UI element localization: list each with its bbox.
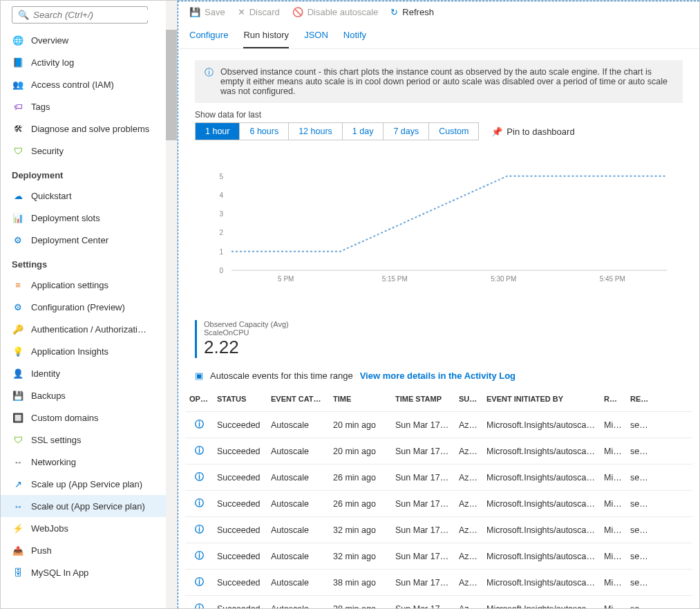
events-header: ▣ Autoscale events for this time range V… [195,371,683,381]
cell-timestamp: Sun Mar 17 2… [391,552,455,561]
sidebar-item-webjobs[interactable]: ⚡WebJobs [1,517,177,539]
cell-res1: Mic… [600,578,626,588]
search-box[interactable]: 🔍 [12,6,148,24]
tab-notify[interactable]: Notify [343,27,366,48]
collapse-icon[interactable]: ▣ [195,371,203,381]
sidebar-item-label: Scale out (App Service plan) [31,501,145,512]
sidebar-item-mysql-in-app[interactable]: 🗄MySQL In App [1,561,177,583]
sidebar-item-deployment-slots[interactable]: 📊Deployment slots [1,207,177,229]
info-icon: ⓘ [205,67,214,96]
sidebar-item-deployment-center[interactable]: ⚙Deployment Center [1,229,177,251]
cell-time: 38 min ago [329,604,391,609]
tab-json[interactable]: JSON [304,27,328,48]
time-option-12-hours[interactable]: 12 hours [289,123,343,140]
tab-configure[interactable]: Configure [189,27,228,48]
col-header[interactable]: EVENT INITIATED BY [482,395,600,403]
sidebar-item-tags[interactable]: 🏷Tags [1,95,177,118]
save-button[interactable]: 💾Save [189,7,225,17]
col-header[interactable]: STATUS [213,395,267,403]
cell-initiated-by: Microsoft.Insights/autoscale… [482,447,600,456]
time-option-6-hours[interactable]: 6 hours [240,123,289,140]
col-header[interactable]: TIME [329,395,391,403]
sidebar-item-networking[interactable]: ↔Networking [1,451,177,473]
list-icon: ≡ [12,279,24,291]
table-row[interactable]: ⓘSucceededAutoscale32 min agoSun Mar 17 … [185,517,692,543]
discard-button[interactable]: ✕Discard [238,7,280,17]
table-row[interactable]: ⓘSucceededAutoscale38 min agoSun Mar 17 … [185,596,692,608]
sidebar-item-scale-out-app-service-plan-[interactable]: ↔Scale out (App Service plan) [1,495,177,517]
sidebar-item-scale-up-app-service-plan-[interactable]: ↗Scale up (App Service plan) [1,473,177,495]
time-option-1-hour[interactable]: 1 hour [196,123,240,140]
sidebar-item-identity[interactable]: 👤Identity [1,362,177,384]
sidebar-item-push[interactable]: 📤Push [1,539,177,561]
cell-sub: Azu… [455,420,482,430]
sidebar-item-backups[interactable]: 💾Backups [1,384,177,406]
cell-timestamp: Sun Mar 17 2… [391,499,455,509]
refresh-button[interactable]: ↻Refresh [390,7,434,17]
table-row[interactable]: ⓘSucceededAutoscale20 min agoSun Mar 17 … [185,412,692,438]
disable-autoscale-button[interactable]: 🚫Disable autoscale [292,7,379,17]
time-option-7-days[interactable]: 7 days [384,123,429,140]
sidebar-item-activity-log[interactable]: 📘Activity log [1,51,177,73]
time-option-1-day[interactable]: 1 day [343,123,384,140]
search-input[interactable] [33,10,151,20]
info-text: Observed instance count - this chart plo… [220,67,673,96]
net-icon: ↔ [12,456,24,468]
table-row[interactable]: ⓘSucceededAutoscale32 min agoSun Mar 17 … [185,543,692,570]
sidebar-item-label: Backups [31,391,66,401]
col-header[interactable]: EVENT CATEG… [267,395,329,403]
col-header[interactable]: OPE… [185,395,213,403]
table-row[interactable]: ⓘSucceededAutoscale20 min agoSun Mar 17 … [185,438,692,465]
table-row[interactable]: ⓘSucceededAutoscale38 min agoSun Mar 17 … [185,570,692,596]
sidebar-item-diagnose-and-solve-problems[interactable]: 🛠Diagnose and solve problems [1,118,177,140]
svg-text:0: 0 [219,267,223,274]
sidebar-scrollbar[interactable] [166,1,177,608]
col-header[interactable]: RES… [626,395,654,403]
table-row[interactable]: ⓘSucceededAutoscale26 min agoSun Mar 17 … [185,465,692,491]
legend-subtitle: ScaleOnCPU [204,328,683,337]
cell-category: Autoscale [267,473,329,482]
sidebar-item-label: Deployment slots [31,213,100,223]
col-header[interactable]: RES… [600,395,626,403]
info-icon: ⓘ [195,577,204,587]
sidebar-item-quickstart[interactable]: ☁Quickstart [1,185,177,207]
sidebar-item-label: Push [31,545,52,556]
pin-to-dashboard-button[interactable]: 📌 Pin to dashboard [491,127,574,137]
cell-res2: serv… [626,447,654,456]
sidebar-item-authentication-authorizati-[interactable]: 🔑Authentication / Authorizati… [1,318,177,340]
svg-text:5: 5 [219,173,223,180]
cell-res1: Mic… [600,420,626,430]
sidebar-item-access-control-iam-[interactable]: 👥Access control (IAM) [1,73,177,95]
sidebar-item-label: Configuration (Preview) [31,302,125,312]
scrollbar-thumb[interactable] [166,30,177,140]
sidebar-item-label: WebJobs [31,523,68,534]
cell-sub: Azu… [455,473,482,482]
nav-section-settings: Settings [1,251,177,274]
cell-status: Succeeded [213,578,267,588]
cell-res1: Mic… [600,604,626,609]
table-row[interactable]: ⓘSucceededAutoscale26 min agoSun Mar 17 … [185,491,692,517]
col-header[interactable]: TIME STAMP [391,395,455,403]
sidebar-item-label: MySQL In App [31,568,88,578]
cell-initiated-by: Microsoft.Insights/autoscale… [482,604,600,609]
sidebar-item-configuration-preview-[interactable]: ⚙Configuration (Preview) [1,296,177,318]
col-header[interactable]: SUB… [455,395,482,403]
sidebar-item-application-settings[interactable]: ≡Application settings [1,274,177,296]
time-option-custom[interactable]: Custom [429,123,478,140]
sidebar-item-security[interactable]: 🛡Security [1,140,177,162]
sidebar-item-overview[interactable]: 🌐Overview [1,29,177,51]
ssl-icon: 🛡 [12,433,24,446]
webjobs-icon: ⚡ [12,522,24,534]
cell-status: Succeeded [213,552,267,561]
wrench-icon: 🛠 [12,122,24,135]
sidebar-item-ssl-settings[interactable]: 🛡SSL settings [1,429,177,451]
depcenter-icon: ⚙ [12,234,24,246]
tab-run-history[interactable]: Run history [243,27,289,48]
disable-icon: 🚫 [292,7,303,17]
cell-initiated-by: Microsoft.Insights/autoscale… [482,525,600,535]
iam-icon: 👥 [12,78,24,91]
domain-icon: 🔲 [12,411,24,424]
sidebar-item-application-insights[interactable]: 💡Application Insights [1,340,177,362]
activity-log-link[interactable]: View more details in the Activity Log [360,371,515,381]
sidebar-item-custom-domains[interactable]: 🔲Custom domains [1,406,177,429]
